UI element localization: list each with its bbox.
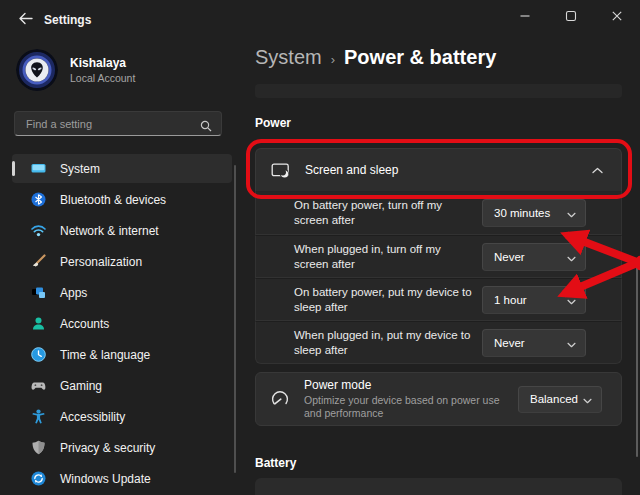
titlebar: Settings (0, 0, 640, 40)
sidebar-item-label: Time & language (60, 348, 150, 362)
plugged-screen-off-dropdown[interactable]: Never (482, 243, 586, 271)
setting-row-plugged-screen-off: When plugged in, turn off my screen afte… (255, 235, 622, 278)
avatar[interactable] (16, 49, 58, 91)
power-mode-title: Power mode (304, 378, 518, 392)
dropdown-value: Balanced (530, 393, 578, 405)
sidebar-item-privacy-security[interactable]: Privacy & security (12, 433, 232, 462)
sidebar-item-label: Accounts (60, 317, 109, 331)
sidebar-item-label: Apps (60, 286, 87, 300)
chevron-down-icon (583, 390, 592, 408)
sidebar-item-accessibility[interactable]: Accessibility (12, 402, 232, 431)
battery-section-heading: Battery (255, 456, 296, 470)
apps-icon (30, 284, 47, 301)
setting-label: When plugged in, put my device to sleep … (294, 328, 472, 358)
accounts-icon (30, 315, 47, 332)
sidebar: System Bluetooth & devices Network & int… (12, 154, 232, 495)
sidebar-item-label: Personalization (60, 255, 142, 269)
scrolled-card-remnant (255, 84, 622, 98)
sidebar-item-time-language[interactable]: Time & language (12, 340, 232, 369)
sidebar-item-personalization[interactable]: Personalization (12, 247, 232, 276)
search-box (14, 111, 222, 136)
gaming-icon (30, 377, 47, 394)
network-icon (30, 222, 47, 239)
page-title: Power & battery (344, 46, 496, 69)
plugged-sleep-dropdown[interactable]: Never (482, 329, 586, 357)
minimize-icon (519, 8, 531, 26)
power-mode-card: Power mode Optimize your device based on… (255, 372, 622, 426)
sidebar-item-accounts[interactable]: Accounts (12, 309, 232, 338)
battery-screen-off-dropdown[interactable]: 30 minutes (482, 199, 586, 227)
search-input[interactable] (15, 112, 195, 135)
personalization-icon (30, 253, 47, 270)
system-icon (30, 160, 47, 177)
time-language-icon (30, 346, 47, 363)
windows-update-icon (30, 470, 47, 487)
setting-label: On battery power, put my device to sleep… (294, 285, 472, 315)
sidebar-item-label: Windows Update (60, 472, 151, 486)
sidebar-item-system[interactable]: System (12, 154, 232, 183)
sidebar-item-label: Accessibility (60, 410, 125, 424)
search-icon (200, 118, 212, 136)
back-button[interactable] (8, 7, 42, 33)
sidebar-item-label: System (60, 162, 100, 176)
chevron-down-icon (567, 334, 576, 352)
sidebar-item-windows-update[interactable]: Windows Update (12, 464, 232, 493)
battery-card-top (255, 478, 622, 495)
expander-title: Screen and sleep (305, 163, 398, 177)
power-mode-icon (270, 390, 290, 408)
back-icon (18, 11, 33, 29)
breadcrumb-separator: › (331, 52, 335, 67)
dropdown-value: 1 hour (494, 294, 527, 306)
sidebar-scrollbar[interactable] (234, 165, 236, 473)
power-mode-subtitle: Optimize your device based on power use … (304, 394, 518, 420)
sidebar-item-label: Network & internet (60, 224, 159, 238)
user-account-type: Local Account (70, 72, 135, 84)
setting-row-battery-screen-off: On battery power, turn off my screen aft… (255, 192, 622, 235)
setting-label: When plugged in, turn off my screen afte… (294, 242, 472, 272)
screen-and-sleep-icon (271, 162, 290, 179)
setting-row-plugged-sleep: When plugged in, put my device to sleep … (255, 321, 622, 364)
main-scrollbar[interactable] (636, 267, 638, 457)
dropdown-value: 30 minutes (494, 207, 550, 219)
sidebar-item-label: Bluetooth & devices (60, 193, 166, 207)
breadcrumb: System › Power & battery (255, 46, 496, 69)
sidebar-item-gaming[interactable]: Gaming (12, 371, 232, 400)
setting-row-battery-sleep: On battery power, put my device to sleep… (255, 278, 622, 321)
sidebar-item-label: Privacy & security (60, 441, 155, 455)
accessibility-icon (30, 408, 47, 425)
chevron-down-icon (567, 204, 576, 222)
close-button[interactable] (594, 0, 640, 34)
selected-indicator (12, 161, 15, 176)
close-icon (611, 8, 623, 26)
minimize-button[interactable] (502, 0, 548, 34)
screen-and-sleep-expander[interactable]: Screen and sleep (255, 148, 622, 192)
bluetooth-icon (30, 191, 47, 208)
dropdown-value: Never (494, 251, 525, 263)
power-mode-text: Power mode Optimize your device based on… (304, 378, 518, 420)
chevron-down-icon (567, 291, 576, 309)
chevron-down-icon (567, 248, 576, 266)
app-title: Settings (44, 13, 91, 27)
dropdown-value: Never (494, 337, 525, 349)
breadcrumb-system[interactable]: System (255, 46, 322, 69)
privacy-security-icon (30, 439, 47, 456)
user-name: Kishalaya (70, 56, 126, 70)
window-controls (502, 0, 640, 34)
power-mode-dropdown[interactable]: Balanced (518, 386, 602, 413)
settings-window: Settings Kishalaya Local Account (0, 0, 640, 495)
sidebar-item-bluetooth[interactable]: Bluetooth & devices (12, 185, 232, 214)
sidebar-item-apps[interactable]: Apps (12, 278, 232, 307)
battery-sleep-dropdown[interactable]: 1 hour (482, 286, 586, 314)
screen-and-sleep-settings: On battery power, turn off my screen aft… (255, 192, 622, 364)
setting-label: On battery power, turn off my screen aft… (294, 198, 472, 228)
maximize-button[interactable] (548, 0, 594, 34)
sidebar-item-network[interactable]: Network & internet (12, 216, 232, 245)
maximize-icon (565, 8, 577, 26)
sidebar-item-label: Gaming (60, 379, 102, 393)
chevron-up-icon[interactable] (592, 167, 603, 174)
power-section-heading: Power (255, 116, 291, 130)
